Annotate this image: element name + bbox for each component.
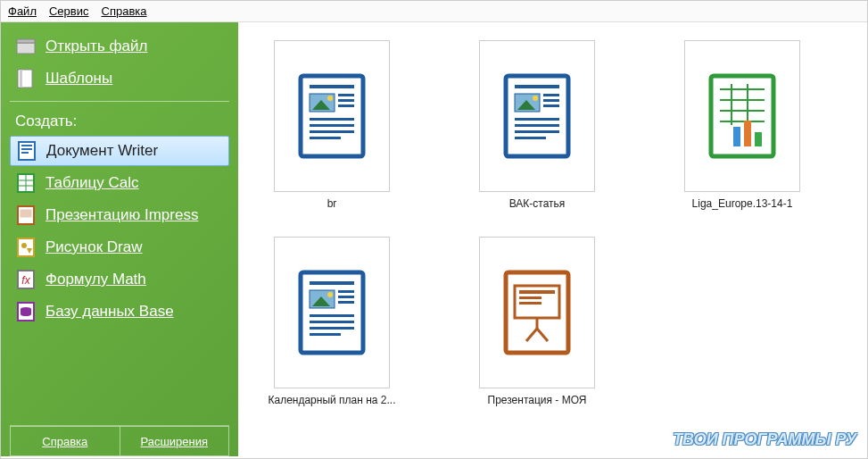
svg-rect-34 [310,137,341,139]
sidebar-item-base[interactable]: Базу данных Base [10,296,229,327]
svg-point-39 [533,96,538,101]
file-thumbnail [684,40,800,192]
calc-icon [15,172,37,194]
sidebar-item-label: Формулу Math [45,271,146,288]
watermark-text: ТВОИ ПРОГРАММЫ РУ [673,430,856,449]
sidebar-item-label: Документ Writer [46,142,158,160]
svg-rect-30 [338,104,354,107]
svg-rect-1 [17,39,35,43]
file-name: Liga_Europe.13-14-1 [692,197,793,210]
sidebar-item-label: Презентацию Impress [45,206,198,224]
file-card[interactable]: br [265,40,399,210]
svg-rect-68 [310,333,341,336]
sidebar-open-file[interactable]: Открыть файл [10,31,229,62]
svg-rect-56 [755,132,762,146]
svg-rect-43 [515,118,559,121]
templates-icon [15,68,37,89]
file-thumbnail [479,237,595,388]
writer-icon [16,140,37,162]
svg-rect-71 [519,290,555,294]
file-card[interactable]: Презентация - МОЯ [470,237,604,406]
file-name: ВАК-статья [509,197,566,210]
file-name: Презентация - МОЯ [488,394,587,406]
sidebar-item-math[interactable]: fx Формулу Math [10,264,229,295]
file-name: Календарный план на 2... [268,394,395,406]
sidebar-item-label: Открыть файл [45,38,147,55]
file-card[interactable]: ВАК-статья [470,40,604,210]
svg-rect-73 [519,302,541,305]
file-card[interactable]: Календарный план на 2... [265,237,399,406]
svg-rect-64 [338,301,354,304]
sidebar-item-label: Рисунок Draw [45,238,143,256]
impress-icon [15,204,37,226]
sidebar-item-draw[interactable]: Рисунок Draw [10,232,229,263]
main-area: Открыть файл Шаблоны Создать: Документ W… [1,22,867,456]
sidebar-item-calc[interactable]: Таблицу Calc [10,168,229,198]
svg-rect-58 [310,281,354,285]
svg-rect-7 [21,152,29,154]
svg-point-15 [21,243,27,248]
svg-rect-46 [515,137,546,139]
svg-text:fx: fx [21,274,30,287]
menu-tools[interactable]: Сервис [49,4,89,18]
create-label: Создать: [15,113,224,130]
math-icon: fx [15,269,37,290]
open-file-icon [15,36,37,57]
svg-rect-13 [21,210,31,217]
svg-rect-72 [519,296,541,299]
svg-rect-62 [338,290,354,293]
svg-rect-32 [310,124,354,127]
draw-icon [15,237,37,258]
help-button[interactable]: Справка [10,426,120,456]
sidebar-item-writer[interactable]: Документ Writer [10,136,229,166]
sidebar-templates[interactable]: Шаблоны [10,63,229,94]
svg-rect-6 [21,148,32,150]
menu-file[interactable]: Файл [8,4,37,18]
svg-rect-55 [744,121,751,146]
svg-rect-24 [310,85,354,88]
svg-rect-36 [515,85,559,88]
svg-rect-28 [338,94,354,96]
svg-point-61 [327,292,333,297]
svg-rect-54 [733,127,740,146]
svg-rect-65 [310,314,354,317]
svg-rect-63 [338,296,354,298]
menubar: Файл Сервис Справка [1,1,867,22]
sidebar-item-impress[interactable]: Презентацию Impress [10,200,229,230]
sidebar-bottom: Справка Расширения [10,425,229,456]
svg-rect-3 [20,70,22,88]
svg-point-27 [327,96,333,101]
svg-rect-44 [515,124,559,127]
sidebar-divider [10,101,229,102]
sidebar-item-label: Базу данных Base [45,303,174,321]
sidebar-item-label: Таблицу Calc [45,174,138,192]
file-card[interactable]: Liga_Europe.13-14-1 [675,40,809,210]
svg-point-22 [21,313,31,316]
svg-rect-41 [543,99,559,102]
file-thumbnail [479,40,595,192]
recent-documents: brВАК-статьяLiga_Europe.13-14-1Календарн… [238,22,867,424]
sidebar: Открыть файл Шаблоны Создать: Документ W… [1,22,238,456]
svg-rect-40 [543,94,559,96]
svg-rect-67 [310,327,354,330]
base-icon [15,301,37,322]
svg-rect-29 [338,99,354,102]
svg-rect-47 [711,76,773,156]
file-name: br [327,197,337,210]
file-thumbnail [274,40,390,192]
file-thumbnail [274,237,390,388]
menu-help[interactable]: Справка [102,4,147,18]
svg-rect-45 [515,130,559,133]
svg-rect-31 [310,118,354,121]
extensions-button[interactable]: Расширения [120,426,230,456]
sidebar-item-label: Шаблоны [45,70,112,88]
svg-rect-33 [310,130,354,133]
svg-rect-0 [17,43,35,54]
svg-rect-66 [310,321,354,323]
svg-rect-5 [21,145,32,146]
content-wrap: brВАК-статьяLiga_Europe.13-14-1Календарн… [238,22,867,456]
svg-rect-42 [543,104,559,107]
